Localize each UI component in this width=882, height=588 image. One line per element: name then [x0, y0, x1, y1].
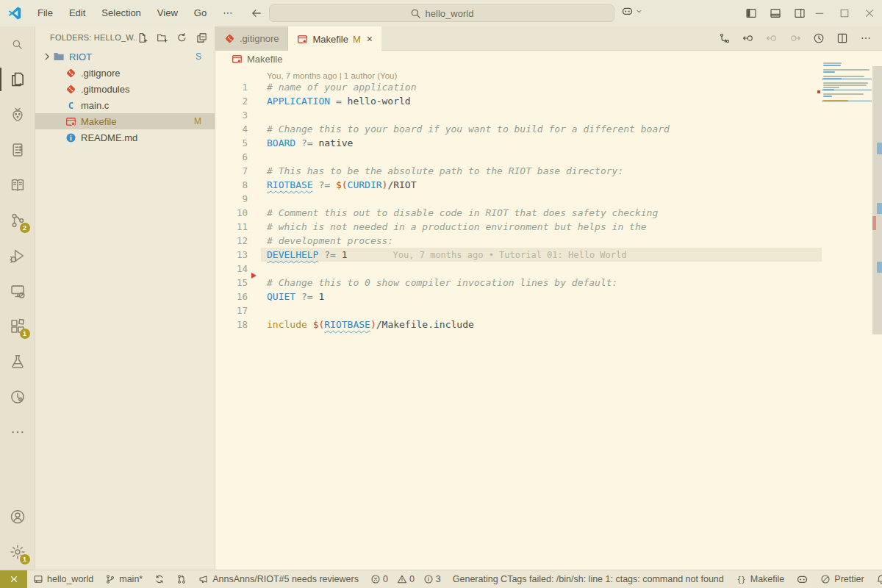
status-item-annsanns[interactable]: AnnsAnns/RIOT#5 needs reviewers [193, 570, 365, 588]
tab-makefile[interactable]: MakefileM× [288, 26, 381, 51]
code-line-8[interactable]: 8RIOTBASE ?= $(CURDIR)/RIOT [215, 178, 882, 192]
tab-label: .gitignore [240, 33, 279, 44]
code-line-7[interactable]: 7# This has to be the absolute path to t… [215, 164, 882, 178]
code-line-4[interactable]: 4# Change this to your board if you want… [215, 122, 882, 136]
menu-selection[interactable]: Selection [93, 0, 148, 26]
collapse-all-icon[interactable] [196, 32, 207, 43]
breadcrumb[interactable]: Makefile [215, 51, 882, 67]
line-text: # This has to be the absolute path to th… [248, 165, 623, 176]
code-area[interactable]: 1# name of your application2APPLICATION … [215, 80, 882, 331]
close-tab-icon[interactable]: × [367, 33, 373, 45]
activity-item-run-debug[interactable] [0, 238, 35, 273]
activity-item-settings[interactable]: 1 [0, 534, 35, 570]
code-line-10[interactable]: 10# Comment this out to disable code in … [215, 206, 882, 220]
gitlens-icon [10, 389, 26, 405]
codelens-annotation[interactable]: You, 7 months ago | 1 author (You) [215, 67, 882, 80]
remote-indicator[interactable] [0, 570, 27, 588]
new-file-icon[interactable] [137, 32, 148, 43]
status-item-bell-icon[interactable] [870, 570, 882, 588]
status-item-prettier[interactable]: Prettier [814, 570, 870, 588]
tab-gitignore[interactable]: .gitignore [215, 26, 288, 51]
file-label: README.md [81, 132, 137, 143]
file-row-riot[interactable]: RIOTS [35, 49, 215, 65]
code-line-18[interactable]: 18include $(RIOTBASE)/Makefile.include [215, 318, 882, 331]
decoration-badge: S [196, 51, 201, 62]
activity-item-docs[interactable] [0, 168, 35, 203]
code-line-9[interactable]: 9 [215, 192, 882, 206]
status-item-pull-request-icon[interactable] [171, 570, 193, 588]
toggle-primary-sidebar[interactable] [745, 7, 757, 19]
menu-file[interactable]: File [29, 0, 61, 26]
status-message: Generating CTags failed: /bin/sh: line 1… [447, 570, 730, 588]
minimap[interactable] [822, 62, 872, 105]
next-change-icon[interactable] [789, 32, 801, 44]
activity-item-testing[interactable] [0, 344, 35, 379]
code-line-15[interactable]: 15# Change this to 0 show compiler invoc… [215, 276, 882, 290]
menu-go[interactable]: Go [186, 0, 215, 26]
status-item-sync-icon[interactable] [148, 570, 171, 588]
layout-controls [733, 0, 806, 26]
file-row-makefile[interactable]: MakefileM [35, 113, 215, 129]
line-text: APPLICATION = hello-world [248, 96, 411, 107]
activity-item-notepad-extension[interactable] [0, 132, 35, 168]
status-item-main[interactable]: main* [99, 570, 148, 588]
copilot-menu[interactable] [621, 5, 643, 18]
file-row-gitignore[interactable]: .gitignore [35, 65, 215, 81]
activity-item-remote-explorer[interactable] [0, 273, 35, 309]
problems-status[interactable]: 003 [365, 570, 447, 588]
compare-changes-icon[interactable] [719, 32, 731, 44]
code-line-17[interactable]: 17 [215, 304, 882, 318]
status-item-copilot-icon[interactable] [790, 570, 814, 588]
file-history-icon[interactable] [813, 32, 825, 44]
code-line-12[interactable]: 12# development process: [215, 234, 882, 248]
line-number: 12 [215, 235, 248, 246]
menu-edit[interactable]: Edit [61, 0, 93, 26]
problem-count: 0 [383, 574, 388, 584]
code-line-16[interactable]: 16QUIET ?= 1 [215, 290, 882, 304]
close-button[interactable] [857, 7, 882, 19]
activity-item-more[interactable] [0, 415, 35, 450]
code-line-6[interactable]: 6 [215, 150, 882, 164]
editor-scrollbar[interactable] [872, 66, 882, 334]
status-bar: hello_worldmain*AnnsAnns/RIOT#5 needs re… [0, 570, 882, 588]
code-line-3[interactable]: 3 [215, 108, 882, 122]
maximize-button[interactable] [832, 7, 857, 19]
file-row-readmemd[interactable]: README.md [35, 129, 215, 146]
back-icon[interactable] [251, 7, 262, 19]
line-number: 8 [215, 179, 248, 190]
status-item-makefile[interactable]: {}Makefile [730, 570, 791, 588]
file-row-mainc[interactable]: Cmain.c [35, 97, 215, 113]
code-line-2[interactable]: 2APPLICATION = hello-world [215, 94, 882, 108]
activity-item-gitlens[interactable] [0, 379, 35, 415]
open-previous-change-icon[interactable] [742, 32, 754, 44]
previous-change-icon[interactable] [766, 32, 778, 44]
activity-item-strawberry-extension[interactable] [0, 97, 35, 132]
menu-view[interactable]: View [149, 0, 186, 26]
activity-item-search[interactable] [0, 26, 35, 62]
activity-item-source-control-graph[interactable]: 2 [0, 203, 35, 238]
minimize-button[interactable] [807, 7, 832, 19]
status-item-hello_world[interactable]: hello_world [27, 570, 99, 588]
more-actions-icon[interactable] [860, 32, 872, 44]
chevron-right-icon [41, 51, 53, 62]
refresh-icon[interactable] [176, 32, 187, 43]
code-line-14[interactable]: 14 [215, 262, 882, 276]
new-folder-icon[interactable] [157, 32, 168, 43]
toggle-panel[interactable] [770, 7, 781, 19]
code-line-13[interactable]: 13DEVELHELP ?= 1You, 7 months ago • Tuto… [215, 248, 882, 262]
code-line-5[interactable]: 5BOARD ?= native [215, 136, 882, 150]
activity-item-explorer[interactable] [0, 62, 35, 97]
line-text: # development process: [248, 235, 393, 246]
toggle-secondary-sidebar[interactable] [794, 7, 806, 19]
split-editor-icon[interactable] [836, 32, 848, 44]
sidebar-actions [137, 32, 207, 43]
code-line-11[interactable]: 11# which is not needed in a production … [215, 220, 882, 234]
command-center-search[interactable]: hello_world [269, 4, 614, 22]
line-number: 10 [215, 207, 248, 218]
activity-item-extensions[interactable]: 1 [0, 309, 35, 344]
activity-item-accounts[interactable] [0, 499, 35, 534]
line-number: 2 [215, 96, 248, 107]
code-line-1[interactable]: 1# name of your application [215, 80, 882, 94]
menu-[interactable]: ⋯ [215, 0, 240, 26]
file-row-gitmodules[interactable]: .gitmodules [35, 81, 215, 97]
